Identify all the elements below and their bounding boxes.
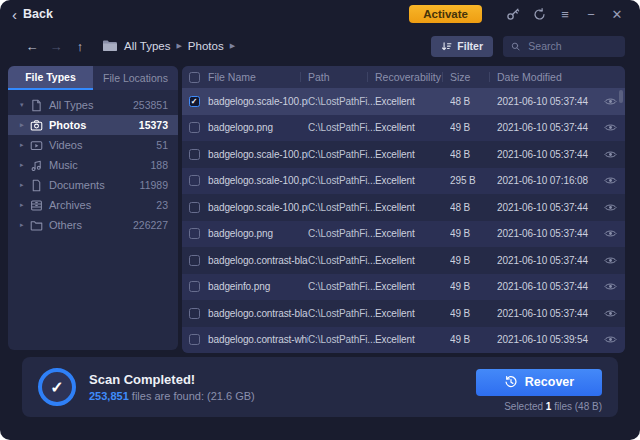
row-checkbox[interactable] (189, 228, 200, 239)
tab-file-locations[interactable]: File Locations (93, 66, 178, 90)
recoverability-cell: Excellent (375, 175, 450, 186)
size-cell: 49 B (450, 228, 497, 239)
row-checkbox[interactable] (189, 202, 200, 213)
nav-up-icon[interactable]: ↑ (70, 39, 90, 54)
table-row[interactable]: badgelogo.contrast-blac...C:\LostPathFi.… (182, 300, 625, 327)
path-cell: C:\LostPathFi... (308, 149, 375, 160)
nav-back-icon[interactable]: ← (22, 39, 42, 54)
scan-complete-check-icon: ✓ (38, 368, 76, 406)
preview-cell (595, 122, 625, 133)
minimize-icon[interactable]: − (580, 4, 602, 24)
path-cell: C:\LostPathFi... (308, 202, 375, 213)
table-row[interactable]: badgelogo.scale-100.pngC:\LostPathFi...E… (182, 194, 625, 221)
recover-restore-icon (504, 375, 518, 389)
sidebar-item-count: 51 (156, 139, 168, 151)
recoverability-cell: Excellent (375, 281, 450, 292)
row-checkbox[interactable] (189, 281, 200, 292)
preview-eye-icon[interactable] (604, 255, 617, 266)
path-cell: C:\LostPathFi... (308, 255, 375, 266)
table-row[interactable]: badgelogo.scale-100.pngC:\LostPathFi...E… (182, 168, 625, 195)
sidebar-item-archives[interactable]: ▸Archives23 (8, 195, 178, 215)
row-checkbox[interactable] (189, 255, 200, 266)
preview-cell (595, 149, 625, 160)
music-icon (30, 159, 49, 172)
column-header-file-name[interactable]: File Name (206, 71, 308, 83)
menu-icon[interactable]: ≡ (554, 4, 576, 24)
titlebar: ‹ Back Activate ≡ − ✕ (0, 0, 640, 28)
search-box[interactable] (503, 36, 625, 57)
row-checkbox[interactable] (189, 334, 200, 345)
table-row[interactable]: badgelogo.pngC:\LostPathFi...Excellent49… (182, 115, 625, 142)
preview-eye-icon[interactable] (604, 228, 617, 239)
sidebar-item-label: Music (49, 159, 150, 171)
toolbar: ← → ↑ All Types ▶ Photos ▶ Filter (0, 28, 640, 64)
table-row[interactable]: badgeinfo.pngC:\LostPathFi...Excellent49… (182, 274, 625, 301)
table-scrollbar-thumb[interactable] (619, 90, 623, 103)
date-modified-cell: 2021-06-10 05:37:44 (497, 308, 595, 319)
date-modified-cell: 2021-06-10 05:37:44 (497, 202, 595, 213)
selected-files-info: Selected 1 files (48 B) (504, 401, 602, 412)
refresh-icon[interactable] (528, 4, 550, 24)
sidebar-item-videos[interactable]: ▸Videos51 (8, 135, 178, 155)
table-row[interactable]: badgelogo.contrast-blac...C:\LostPathFi.… (182, 247, 625, 274)
search-input[interactable] (526, 39, 617, 53)
preview-eye-icon[interactable] (604, 308, 617, 319)
recoverability-cell: Excellent (375, 308, 450, 319)
filter-icon (441, 41, 452, 52)
preview-eye-icon[interactable] (604, 281, 617, 292)
size-cell: 295 B (450, 175, 497, 186)
column-header-path[interactable]: Path (308, 71, 375, 83)
recoverability-cell: Excellent (375, 96, 450, 107)
size-cell: 48 B (450, 149, 497, 160)
recover-label: Recover (525, 375, 574, 389)
sidebar-item-all-types[interactable]: ▾All Types253851 (8, 95, 178, 115)
table-row[interactable]: ✓badgelogo.scale-100.pngC:\LostPathFi...… (182, 88, 625, 115)
breadcrumb-photos[interactable]: Photos (188, 40, 224, 52)
activate-button[interactable]: Activate (409, 5, 482, 23)
date-modified-cell: 2021-06-10 05:37:44 (497, 96, 595, 107)
breadcrumb-all-types[interactable]: All Types (124, 40, 170, 52)
caret-right-icon: ▸ (20, 141, 30, 149)
key-icon[interactable] (502, 4, 524, 24)
preview-eye-icon[interactable] (604, 122, 617, 133)
back-button[interactable]: ‹ Back (12, 7, 53, 22)
preview-cell (595, 228, 625, 239)
close-icon[interactable]: ✕ (606, 4, 628, 24)
tab-file-types[interactable]: File Types (8, 66, 93, 90)
search-icon (511, 41, 520, 52)
path-cell: C:\LostPathFi... (308, 96, 375, 107)
path-cell: C:\LostPathFi... (308, 122, 375, 133)
row-checkbox[interactable] (189, 122, 200, 133)
row-checkbox[interactable] (189, 308, 200, 319)
recover-button[interactable]: Recover (476, 369, 602, 396)
column-header-recoverability[interactable]: Recoverability (375, 71, 450, 83)
recoverability-cell: Excellent (375, 255, 450, 266)
table-row[interactable]: badgelogo.scale-100.pngC:\LostPathFi...E… (182, 141, 625, 168)
sidebar-item-documents[interactable]: ▸Documents11989 (8, 175, 178, 195)
size-cell: 49 B (450, 255, 497, 266)
preview-eye-icon[interactable] (604, 334, 617, 345)
recoverability-cell: Excellent (375, 122, 450, 133)
filter-button[interactable]: Filter (431, 36, 493, 57)
preview-eye-icon[interactable] (604, 149, 617, 160)
row-checkbox-cell (182, 175, 206, 186)
preview-eye-icon[interactable] (604, 175, 617, 186)
file-icon (30, 99, 49, 112)
row-checkbox[interactable] (189, 175, 200, 186)
breadcrumb-separator-icon: ▶ (230, 42, 235, 50)
column-header-date-modified[interactable]: Date Modified (497, 71, 595, 83)
nav-forward-icon[interactable]: → (46, 39, 66, 54)
sidebar-item-photos[interactable]: ▸Photos15373 (8, 115, 178, 135)
row-checkbox[interactable] (189, 149, 200, 160)
row-checkbox[interactable]: ✓ (189, 96, 200, 107)
sidebar-item-music[interactable]: ▸Music188 (8, 155, 178, 175)
preview-eye-icon[interactable] (604, 96, 617, 107)
table-row[interactable]: badgelogo.pngC:\LostPathFi...Excellent49… (182, 221, 625, 248)
table-row[interactable]: badgelogo.contrast-whit...C:\LostPathFi.… (182, 327, 625, 354)
select-all-checkbox[interactable] (189, 72, 200, 83)
sidebar-item-others[interactable]: ▸Others226227 (8, 215, 178, 235)
row-checkbox-cell: ✓ (182, 96, 206, 107)
preview-eye-icon[interactable] (604, 202, 617, 213)
date-modified-cell: 2021-06-10 05:37:44 (497, 149, 595, 160)
sidebar-item-label: Videos (49, 139, 156, 151)
